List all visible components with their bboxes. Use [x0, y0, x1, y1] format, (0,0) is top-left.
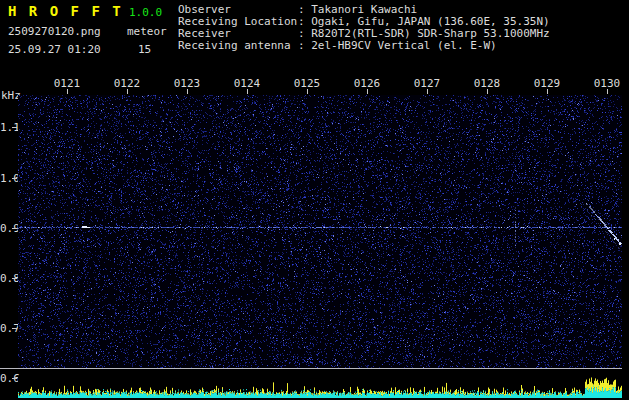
y-tick-mark: [12, 378, 17, 379]
y-tick-mark: [12, 228, 17, 229]
hrofft-spectrogram-output: H R O F F T 1.0.0 2509270120.png meteor …: [0, 0, 629, 400]
y-tick-mark: [12, 328, 17, 329]
signal-level-strip-canvas: [18, 377, 622, 398]
plot-bottom-line: [0, 368, 622, 369]
y-tick-mark: [12, 127, 17, 128]
y-tick-mark: [12, 178, 17, 179]
y-tick-mark: [12, 278, 17, 279]
spectrogram-canvas: [18, 95, 622, 368]
